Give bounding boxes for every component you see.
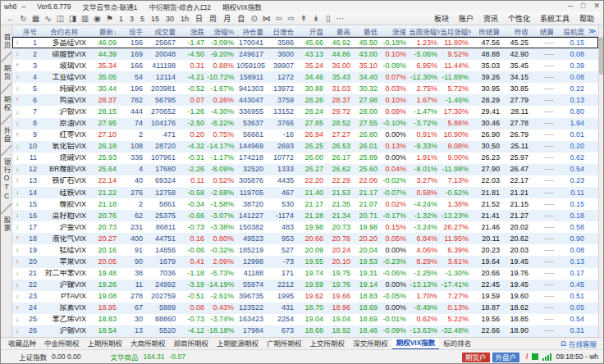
account-badge-期货户[interactable]: 期货户 [462,353,490,362]
table-row[interactable]: ↑18液化气VIX20.27400447510.160.80%495239532… [12,233,598,244]
overlay-icon[interactable]: ◉ [91,14,103,23]
bottom-tab-期权VIX指数[interactable]: 期权VIX指数 [392,338,440,350]
table-row[interactable]: ↓1多晶硅VIX46.0915625667-1.47-3.09%17004135… [12,37,598,48]
bottom-tab-上期能源期权[interactable]: 上期能源期权 [213,339,263,349]
bottom-tab-郑商所期权[interactable]: 郑商所期权 [170,339,213,349]
more-icon[interactable]: ⋯ [334,14,346,23]
header-当周涨幅%[interactable]: 当周涨幅% [409,26,440,36]
menu-资讯[interactable]: 资讯 [478,13,503,24]
header-合约名称[interactable]: 合约名称 [39,26,89,36]
period-button-1h[interactable]: 1h [177,15,192,23]
table-row[interactable]: ↑6鸡蛋VIX28.37782567950.070.26%44304737592… [12,94,598,106]
grid-view-icon[interactable]: ▦ [30,14,42,23]
header-涨跌[interactable]: 涨跌 [178,26,207,36]
table-row[interactable]: ↓10氧化铝VIX26.1810828720-4.32-14.17%144969… [12,141,598,152]
bar-chart-icon[interactable]: ▥ [79,14,91,23]
collapse-up-icon[interactable]: ↟ [297,14,309,23]
header-最新[interactable]: 最新↓ [89,26,119,36]
table-row[interactable]: ↓15橡胶VIX21.1825861-0.34-1.58%3872053021.… [12,198,598,210]
table-row[interactable]: ↓21对二甲苯VIX19.48387036-1.18-5.73%41188171… [12,268,598,280]
sidebar-tab-首页[interactable]: 首页 [1,34,11,49]
candlestick-icon[interactable]: ◫ [54,14,66,23]
account-badge-外盘户[interactable]: 外盘户 [492,353,520,362]
period-button-15[interactable]: 15 [148,15,162,23]
menu-板块[interactable]: 板块 [429,13,454,24]
minimize-button[interactable]: ─ [568,2,573,11]
prev-icon[interactable]: ⇦ [272,14,285,23]
header-结算[interactable]: 结算 [531,26,556,36]
table-row[interactable]: ↑20苹果VIX20.059016790.412.09%12998-7319.5… [12,256,598,267]
header-最高[interactable]: 最高 [326,26,353,36]
table-row[interactable]: ↓4工业硅VIX35.055412114-4.21-10.72%15891112… [12,71,598,83]
table-row[interactable]: ↓22沪镍VIX19.261124992-3.19-14.19%55974221… [12,280,598,291]
eye-icon[interactable]: ⊙ [248,14,260,23]
refresh-icon[interactable]: ↻ [17,14,30,23]
table-row[interactable]: ↓16菜籽粕VIX20.766225375-0.66-3.07%141227-1… [12,210,598,221]
header-涨速[interactable]: 涨速 [380,26,409,36]
sidebar-tab-股票[interactable]: 股票 [1,216,11,232]
table-row[interactable]: ↓25苯乙烯VIX18.833088860-0.73-3.74%16342322… [12,314,598,325]
sidebar-tab-期货[interactable]: 期货 [1,65,11,80]
table-row[interactable]: ↑13铁矿石VIX22.1440693240.110.52%3058764435… [12,175,598,187]
compare-icon[interactable]: ⋈ [260,14,272,23]
sidebar-tab-银行OTC[interactable]: 银行OTC [1,158,11,201]
table-row[interactable]: ↓11烧碱VIX25.93336107961-0.31-1.17%1742181… [12,152,598,164]
bottom-tab-大商所期权[interactable]: 大商所期权 [126,339,170,349]
period-button-5[interactable]: 5 [137,15,148,23]
header-昨结算[interactable]: 昨结算 [471,26,502,36]
table-row[interactable]: ↑9红枣VIX27.1024710.200.75%56661-1626.9427… [12,130,598,141]
period-button-周[interactable]: 周 [206,13,220,24]
header-最低[interactable]: 最低 [353,26,380,36]
scrollbar-thumb[interactable] [599,37,603,75]
header-现手[interactable]: 现手 [119,26,145,36]
table-row[interactable]: ↓12BR橡胶VIX25.64417680-2.26-8.09%32520133… [12,164,598,175]
menu-帮助[interactable]: 帮助 [574,13,599,24]
bottom-tab-收藏品种[interactable]: 收藏品种 [4,339,40,349]
header-当月涨幅%[interactable]: 当月涨幅% [440,26,471,36]
period-button-3[interactable]: 3 [126,15,137,23]
collapse-down-icon[interactable]: ↡ [309,14,322,23]
layout-icon[interactable]: ▯ [322,14,334,23]
table-row[interactable]: ↓26沪锡VIX18.54135520-4.12-18.18%179846731… [12,325,598,337]
table-row[interactable]: ↓8原油VIX27.9574104176-2.50-8.22%536373766… [12,118,598,130]
alert-flag-icon[interactable]: ⚑ [103,14,116,23]
table-row[interactable]: ↓2碳酸锂VIX44.3916920048-4.50-9.20%24961736… [12,48,598,60]
maximize-button[interactable]: □ [581,2,585,11]
sidebar-tab-外盘[interactable]: 外盘 [1,127,11,143]
menu-个性化[interactable]: 个性化 [503,13,535,24]
header-持仓量[interactable]: 持仓量 [236,26,266,36]
table-row[interactable]: ↓23PTAVIX19.08278202759-0.51-2.61%396735… [12,291,598,303]
close-button[interactable]: ✕ [593,2,600,11]
bottom-tab-广期所期权[interactable]: 广期所期权 [263,339,306,349]
period-button-月[interactable]: 月 [220,13,234,24]
menu-账户[interactable]: 账户 [454,13,478,24]
table-row[interactable]: ↑24尿素VIX18.956758890.080.43%12352243118.… [12,303,598,314]
bottom-tab-标的排名[interactable]: 标的排名 [439,339,475,349]
table-row[interactable]: ↓17沪金VIX20.7323186811-0.73-3.38%15038248… [12,221,598,233]
bottom-tab-上期所期权[interactable]: 上期所期权 [84,339,127,349]
table-row[interactable]: ↓5纯碱VIX30.44196203981-0.52-1.67%94130313… [12,83,598,94]
sidebar-tab-期权[interactable]: 期权 [1,96,11,111]
header-昨收[interactable]: 昨收 [502,26,531,36]
table-row[interactable]: ↓19锰硅VIX20.169114856-0.06-0.32%185219527… [12,244,598,256]
table-row[interactable]: ↑3玻璃VIX35.341664111980.310.88%1059105399… [12,60,598,71]
menu-系统工具[interactable]: 系统工具 [535,13,574,24]
period-button-日[interactable]: 日 [192,13,206,24]
bottom-tab-上交所期权[interactable]: 上交所期权 [306,339,350,349]
table-row[interactable]: ↓14硅铁VIX21.2227612758-0.58-2.68%11970546… [12,187,598,198]
header-投机度[interactable]: 投机度 [556,26,587,36]
header-涨幅%[interactable]: 涨幅% [207,26,236,36]
hollow-candle-icon[interactable]: ◨ [66,14,79,23]
line-chart-icon[interactable]: ∿ [42,14,54,23]
table-row[interactable]: ↓7沪银VIX28.15444270652-1.26-4.30%33695513… [12,106,598,117]
period-button-自[interactable]: 自 [234,13,248,24]
period-button-1[interactable]: 1 [116,15,126,23]
period-button-30[interactable]: 30 [162,15,177,23]
header-开盘[interactable]: 开盘 [296,26,326,36]
bottom-tab-中金所期权[interactable]: 中金所期权 [40,339,84,349]
vertical-scrollbar[interactable] [598,25,603,337]
header-成交量[interactable]: 成交量 [145,26,178,36]
bottom-tab-深交所期权[interactable]: 深交所期权 [349,339,392,349]
next-icon[interactable]: ⇨ [285,14,297,23]
header-序号[interactable]: 序号 [22,26,39,36]
